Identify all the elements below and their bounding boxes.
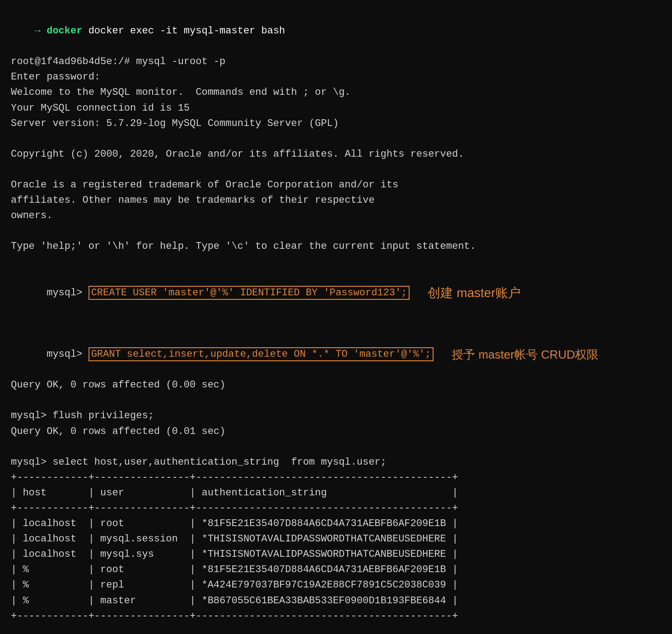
output-line: | % | repl | *A424E797037BF97C19A2E88CF7… [11, 578, 661, 593]
output-line: | localhost | root | *81F5E21E35407D884A… [11, 516, 661, 531]
output-line: | host | user | authentication_string | [11, 485, 661, 501]
create-user-sql: CREATE USER 'master'@'%' IDENTIFIED BY '… [89, 286, 410, 300]
output-line: | localhost | mysql.session | *THISISNOT… [11, 531, 661, 547]
blank-line [11, 624, 661, 634]
command-rest: docker exec -it mysql-master bash [82, 25, 285, 37]
blank-line [11, 316, 661, 331]
output-line: mysql> select host,user,authentication_s… [11, 455, 661, 470]
grant-command: mysql> GRANT select,insert,update,delete… [11, 331, 434, 378]
terminal: → docker docker exec -it mysql-master ba… [11, 8, 661, 634]
create-user-command: mysql> CREATE USER 'master'@'%' IDENTIFI… [11, 270, 410, 316]
output-line: +------------+----------------+---------… [11, 501, 661, 516]
output-line: +------------+----------------+---------… [11, 470, 661, 485]
output-line: Oracle is a registered trademark of Orac… [11, 177, 661, 193]
output-line: Copyright (c) 2000, 2020, Oracle and/or … [11, 147, 661, 162]
blank-line [11, 224, 661, 239]
grant-annotation: 授予 master帐号 CRUD权限 [452, 347, 598, 363]
blank-line [11, 439, 661, 455]
arrow-icon: → [35, 25, 47, 37]
docker-keyword: docker [47, 25, 82, 37]
create-user-row: mysql> CREATE USER 'master'@'%' IDENTIFI… [11, 270, 661, 316]
rows-in-set: +------------+----------------+---------… [11, 609, 661, 624]
output-line: Server version: 5.7.29-log MySQL Communi… [11, 116, 661, 131]
blank-line [11, 255, 661, 270]
create-user-annotation: 创建 master账户 [428, 284, 520, 302]
grant-row: mysql> GRANT select,insert,update,delete… [11, 331, 661, 378]
output-line: Query OK, 0 rows affected (0.00 sec) [11, 378, 661, 393]
blank-line [11, 162, 661, 177]
output-line: affiliates. Other names may be trademark… [11, 193, 661, 208]
blank-line [11, 131, 661, 147]
output-line: | localhost | mysql.sys | *THISISNOTAVAL… [11, 547, 661, 562]
docker-command-line: → docker docker exec -it mysql-master ba… [11, 8, 661, 54]
output-line: Type 'help;' or '\h' for help. Type '\c'… [11, 239, 661, 254]
output-line: Query OK, 0 rows affected (0.01 sec) [11, 424, 661, 439]
output-line: mysql> flush privileges; [11, 408, 661, 424]
output-line: Enter password: [11, 70, 661, 85]
output-line: Your MySQL connection id is 15 [11, 101, 661, 116]
blank-line [11, 393, 661, 408]
output-line: | % | master | *B867055C61BEA33BAB533EF0… [11, 593, 661, 609]
mysql-prompt: mysql> [47, 287, 88, 298]
output-line: root@1f4ad96b4d5e:/# mysql -uroot -p [11, 54, 661, 70]
output-line: owners. [11, 208, 661, 224]
output-line: Welcome to the MySQL monitor. Commands e… [11, 85, 661, 100]
mysql-prompt2: mysql> [47, 349, 88, 360]
output-line: | % | root | *81F5E21E35407D884A6CD4A731… [11, 562, 661, 578]
grant-sql: GRANT select,insert,update,delete ON *.*… [89, 347, 434, 361]
